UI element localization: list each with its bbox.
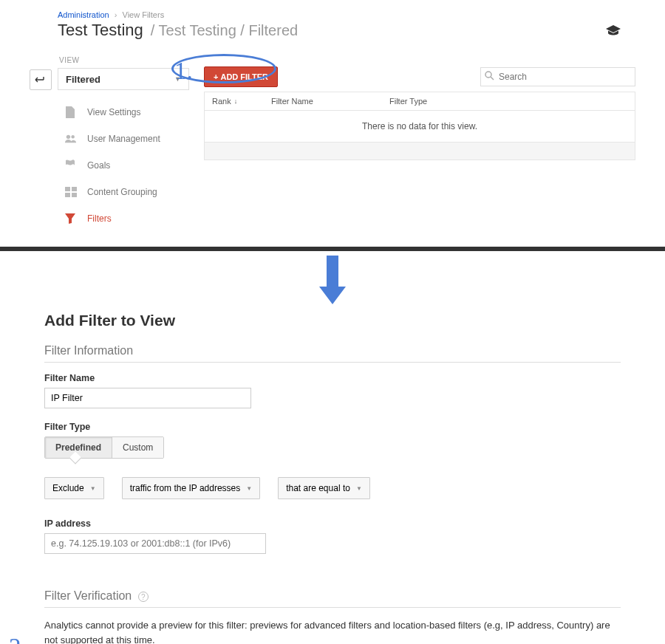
sidebar-item-content-grouping[interactable]: Content Grouping [58, 179, 189, 205]
graduation-cap-icon[interactable] [606, 25, 621, 35]
annotation-number-2: 2. [9, 634, 27, 644]
back-arrow-icon [35, 76, 47, 83]
sidebar-item-label: View Settings [87, 107, 141, 117]
plus-icon: + [214, 72, 218, 81]
arrow-wrap [0, 251, 665, 309]
filter-type-block: Filter Type Predefined Custom Exclude▼ t… [44, 422, 621, 499]
chevron-down-icon: ▼ [246, 485, 252, 492]
search-icon [485, 71, 494, 80]
page-subtitle: / Test Testing / Filtered [151, 22, 298, 39]
filter-name-input[interactable] [44, 388, 251, 408]
filter-type-label: Filter Type [44, 422, 621, 432]
svg-point-1 [71, 135, 74, 138]
svg-rect-3 [72, 187, 77, 191]
svg-rect-5 [72, 193, 77, 197]
table-header-type[interactable]: Filter Type [382, 92, 635, 110]
table-footer [205, 142, 635, 160]
search-input[interactable] [480, 67, 635, 86]
svg-point-0 [66, 135, 70, 139]
filter-source-dropdown[interactable]: traffic from the IP addresses▼ [122, 477, 261, 499]
svg-point-6 [485, 72, 491, 78]
table-header-row: Rank↓ Filter Name Filter Type [205, 92, 635, 111]
search-wrap [480, 67, 635, 86]
filters-table: Rank↓ Filter Name Filter Type There is n… [204, 92, 635, 160]
breadcrumb: Administration › View Filters [0, 0, 665, 21]
sort-arrow-icon: ↓ [234, 97, 238, 105]
ip-address-input[interactable] [44, 533, 266, 554]
chevron-down-icon: ▼ [356, 485, 362, 492]
filter-type-custom-button[interactable]: Custom [112, 437, 163, 458]
sidebar-item-label: Content Grouping [87, 187, 157, 197]
sidebar-item-label: Filters [87, 213, 112, 224]
table-empty-message: There is no data for this view. [205, 111, 635, 142]
table-header-rank[interactable]: Rank↓ [205, 92, 264, 110]
svg-line-7 [491, 77, 494, 80]
section-filter-verification: Filter Verification ? [44, 589, 621, 608]
sidebar-item-view-settings[interactable]: View Settings [58, 99, 189, 126]
section-filter-information: Filter Information [44, 344, 621, 363]
funnel-icon [65, 213, 77, 224]
add-filter-panel: Add Filter to View Filter Information Fi… [0, 309, 665, 644]
page-title-add-filter: Add Filter to View [44, 312, 621, 329]
help-icon[interactable]: ? [138, 592, 149, 602]
back-button[interactable] [30, 69, 52, 90]
chevron-right-icon: › [115, 10, 117, 19]
svg-rect-2 [65, 187, 70, 191]
ip-address-label: IP address [44, 518, 621, 529]
breadcrumb-root-link[interactable]: Administration [58, 10, 109, 19]
annotation-number-1: 1. [174, 58, 193, 85]
sidebar-item-user-management[interactable]: User Management [58, 126, 189, 152]
add-filter-button[interactable]: +ADD FILTER [204, 66, 278, 87]
sidebar-item-label: User Management [87, 134, 160, 144]
filter-name-label: Filter Name [44, 373, 621, 383]
predefined-filter-row: Exclude▼ traffic from the IP addresses▼ … [44, 477, 621, 499]
page-title: Test Testing [58, 21, 143, 40]
admin-body: VIEW Filtered ▼ View Settings User Manag… [0, 47, 665, 232]
verification-text: Analytics cannot provide a preview for t… [44, 618, 621, 644]
table-header-name[interactable]: Filter Name [264, 92, 382, 110]
people-icon [65, 134, 77, 143]
view-column-label: VIEW [58, 56, 189, 64]
add-filter-label: ADD FILTER [220, 72, 268, 81]
filters-toolbar: +ADD FILTER [204, 56, 635, 87]
filter-type-segmented: Predefined Custom [44, 436, 164, 459]
content-grouping-icon [65, 187, 77, 197]
svg-rect-4 [65, 193, 70, 197]
document-icon [65, 106, 77, 118]
flag-icon [65, 160, 77, 171]
filter-action-dropdown[interactable]: Exclude▼ [44, 477, 104, 499]
filter-condition-dropdown[interactable]: that are equal to▼ [278, 477, 370, 499]
main-content: +ADD FILTER Rank↓ Filter Name Filter Typ… [189, 56, 635, 160]
view-select-dropdown[interactable]: Filtered ▼ [58, 68, 189, 90]
ip-address-block: IP address [44, 518, 621, 554]
down-arrow-icon [321, 256, 344, 307]
sidebar-item-goals[interactable]: Goals [58, 152, 189, 179]
admin-panel: Administration › View Filters Test Testi… [0, 0, 665, 247]
sidebar-item-label: Goals [87, 160, 110, 171]
view-sidebar: VIEW Filtered ▼ View Settings User Manag… [58, 56, 189, 232]
sidebar-item-filters[interactable]: Filters [58, 205, 189, 232]
view-selected-value: Filtered [66, 74, 100, 85]
page-title-row: Test Testing / Test Testing / Filtered [0, 21, 665, 47]
view-nav-list: View Settings User Management Goals Cont… [58, 99, 189, 232]
breadcrumb-current: View Filters [123, 10, 165, 19]
chevron-down-icon: ▼ [90, 485, 96, 492]
filter-name-block: Filter Name [44, 373, 621, 408]
